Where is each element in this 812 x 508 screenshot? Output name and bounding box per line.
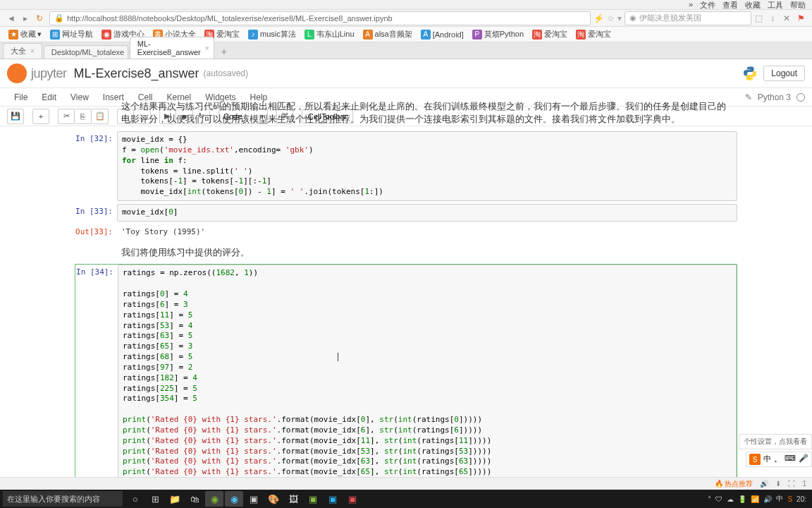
markdown-body: 我们将使用练习中提供的评分。 xyxy=(117,243,737,262)
url-text: http://localhost:8888/notebooks/Desktop/… xyxy=(67,14,393,23)
taskbar-tray: ˄ 🛡 ☁ 🔋 📶 🔊 中 S 20: xyxy=(708,494,809,504)
bookmarks-bar: ★收藏▾ ⊞网址导航 ◉游戏中心 書小说大全 淘爱淘宝 ♪music算法 L韦东… xyxy=(0,27,812,42)
search-placeholder: 伊能决意脱发美国 xyxy=(639,13,701,23)
ext-icon-4[interactable]: ⚑ xyxy=(795,13,806,24)
explorer-icon[interactable]: 📁 xyxy=(166,491,184,507)
output-body-33: 'Toy Story (1995)' xyxy=(117,224,737,241)
logout-button[interactable]: Logout xyxy=(763,66,805,81)
tray-wifi-icon[interactable]: 📶 xyxy=(751,495,759,503)
tray-cloud-icon[interactable]: ☁ xyxy=(727,495,734,503)
prompt-out-33: Out[33]: xyxy=(75,224,117,241)
bookmark-6[interactable]: L韦东山Linu xyxy=(304,29,355,40)
ime-mic[interactable]: 🎤 xyxy=(799,454,808,465)
ime-punct[interactable]: 。 xyxy=(774,454,782,465)
url-right-icons: ⚡ ☆ ▾ xyxy=(593,13,622,23)
tray-power-icon[interactable]: 🔋 xyxy=(738,495,746,503)
menu-overflow[interactable]: » xyxy=(689,0,693,9)
code-body-32[interactable]: movie_idx = {} f = open('movie_ids.txt',… xyxy=(117,131,737,201)
tray-time[interactable]: 20: xyxy=(796,495,806,503)
tray-up-icon[interactable]: ˄ xyxy=(708,495,711,503)
menu-file[interactable]: 文件 xyxy=(700,0,715,9)
close-icon[interactable]: × xyxy=(30,47,35,55)
status-fullscreen-icon[interactable]: ⛶ xyxy=(788,480,795,488)
browser-icon[interactable]: ◉ xyxy=(225,491,243,507)
ext-icon-2[interactable]: ↓ xyxy=(767,13,778,24)
taskbar-search[interactable]: 在这里输入你要搜索的内容 xyxy=(3,491,123,507)
jupyter-logo-icon xyxy=(7,64,27,83)
bookmark-5[interactable]: ♪music算法 xyxy=(248,29,296,40)
ext-icon-1[interactable]: ⬚ xyxy=(753,13,764,24)
code-body-34[interactable]: ratings = np.zeros((1682, 1)) ratings[0]… xyxy=(118,265,737,490)
lightning-icon[interactable]: ⚡ xyxy=(593,13,604,23)
cortana-icon[interactable]: ○ xyxy=(126,491,144,507)
hot-recommend[interactable]: 🔥 热点推荐 xyxy=(715,479,753,489)
browser-search[interactable]: ◉ 伊能决意脱发美国 xyxy=(625,11,751,25)
refresh-button[interactable]: ↻ xyxy=(34,13,45,24)
bookmark-7[interactable]: Aalsa音频架 xyxy=(363,29,412,40)
terminal-icon[interactable]: ▣ xyxy=(245,491,263,507)
app-icon-2[interactable]: 🖼 xyxy=(284,491,302,507)
floating-tip[interactable]: 个性设置，点我看看 xyxy=(739,434,812,449)
output-cell-33: Out[33]: 'Toy Story (1995)' xyxy=(75,224,737,241)
menu-tools[interactable]: 工具 xyxy=(768,0,783,9)
star-icon[interactable]: ☆ xyxy=(607,13,615,23)
tray-volume-icon[interactable]: 🔊 xyxy=(763,495,772,503)
search-engine-icon: ◉ xyxy=(629,13,636,23)
jupyter-logo[interactable]: jupyter xyxy=(7,64,67,83)
code-body-33[interactable]: movie_idx[0] xyxy=(117,204,737,222)
code-cell-33[interactable]: In [33]: movie_idx[0] xyxy=(75,204,737,222)
prompt-in-32: In [32]: xyxy=(75,131,117,201)
taskview-icon[interactable]: ⊞ xyxy=(146,491,164,507)
bookmark-11[interactable]: 淘爱淘宝 xyxy=(576,29,611,40)
ime-icon: S xyxy=(749,454,761,465)
store-icon[interactable]: 🛍 xyxy=(185,491,204,507)
bookmark-0[interactable]: ★收藏▾ xyxy=(8,29,42,40)
browser-tab-1[interactable]: Desktop/ML_totalexe× xyxy=(44,45,128,59)
prompt-md xyxy=(75,243,117,262)
status-zoom[interactable]: 1 xyxy=(802,480,806,488)
status-sound-icon[interactable]: 🔊 xyxy=(760,480,768,488)
ime-lang[interactable]: 中 xyxy=(763,454,771,465)
close-icon[interactable]: × xyxy=(205,44,209,52)
bookmark-8[interactable]: A[Android] xyxy=(421,30,464,40)
menu-fav[interactable]: 收藏 xyxy=(745,0,761,9)
jupyter-logo-text: jupyter xyxy=(31,66,67,81)
python-icon xyxy=(742,66,758,81)
ime-kbd[interactable]: ⌨ xyxy=(785,454,796,465)
url-field[interactable]: 🔒 http://localhost:8888/notebooks/Deskto… xyxy=(49,11,591,25)
tray-shield-icon[interactable]: 🛡 xyxy=(715,495,722,503)
prompt-in-33: In [33]: xyxy=(75,204,117,222)
ext-icon-3[interactable]: ✕ xyxy=(781,13,792,24)
dropdown-icon[interactable]: ▾ xyxy=(617,13,622,23)
code-cell-34[interactable]: In [34]: ratings = np.zeros((1682, 1)) r… xyxy=(75,264,737,490)
wechat-icon[interactable]: ◉ xyxy=(205,491,223,507)
app-icon-5[interactable]: ▣ xyxy=(343,491,362,507)
bookmark-10[interactable]: 淘爱淘宝 xyxy=(532,29,567,40)
browser-status-bar: 🔥 热点推荐 🔊 ⬇ ⛶ 1 xyxy=(0,477,812,490)
browser-tab-2[interactable]: ML-Exercise8_answer× xyxy=(130,37,214,59)
notebook-name[interactable]: ML-Exercise8_answer xyxy=(74,66,199,81)
browser-top-menu: » 文件 查看 收藏 工具 帮助 xyxy=(0,0,812,10)
bookmark-1[interactable]: ⊞网址导航 xyxy=(50,29,93,40)
new-tab-button[interactable]: + xyxy=(216,44,233,59)
tray-sogou-icon[interactable]: S xyxy=(787,495,792,503)
app-icon-4[interactable]: ▣ xyxy=(324,491,342,507)
menu-help[interactable]: 帮助 xyxy=(790,0,806,9)
menu-view[interactable]: 查看 xyxy=(722,0,738,9)
browser-tabs: 大全× Desktop/ML_totalexe× ML-Exercise8_an… xyxy=(0,42,812,59)
app-icon-3[interactable]: ▣ xyxy=(304,491,322,507)
browser-tab-0[interactable]: 大全× xyxy=(3,43,42,59)
text-cursor xyxy=(338,353,338,361)
notebook-area[interactable]: 这个结果再次与练习代码的预期输出相匹配，所以看起来止则化是止席的。在我们训练最终… xyxy=(0,97,812,490)
markdown-cell[interactable]: 我们将使用练习中提供的评分。 xyxy=(75,243,737,262)
bookmark-9[interactable]: P莫烦Python xyxy=(472,29,524,40)
tray-ime-icon[interactable]: 中 xyxy=(776,494,783,504)
status-download-icon[interactable]: ⬇ xyxy=(775,480,781,488)
back-button[interactable]: ◄ xyxy=(6,13,17,24)
code-cell-32[interactable]: In [32]: movie_idx = {} f = open('movie_… xyxy=(75,131,737,201)
jupyter-header: jupyter ML-Exercise8_answer (autosaved) … xyxy=(0,59,812,88)
forward-button[interactable]: ▸ xyxy=(20,13,31,24)
floating-ime[interactable]: S 中 。 ⌨ 🎤 xyxy=(746,452,812,467)
app-icon-1[interactable]: 🎨 xyxy=(264,491,283,507)
url-bar: ◄ ▸ ↻ 🔒 http://localhost:8888/notebooks/… xyxy=(0,10,812,27)
